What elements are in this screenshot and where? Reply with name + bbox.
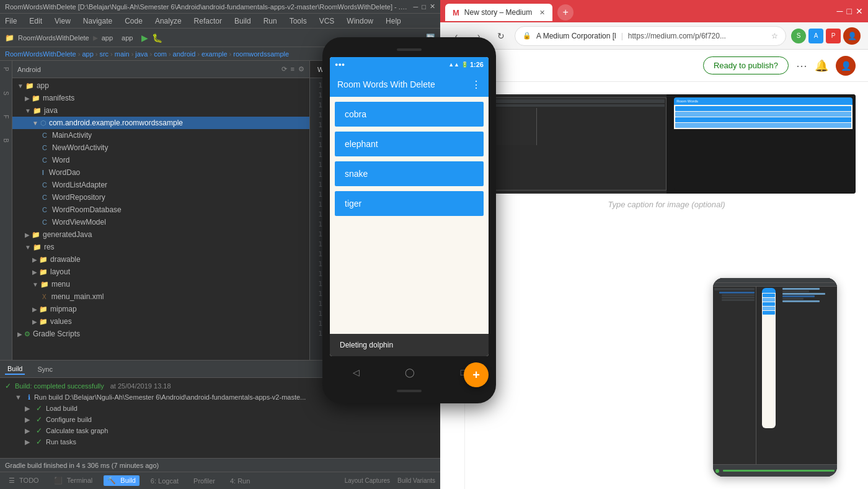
layout-captures-tab[interactable]: Layout Captures [345,477,390,484]
expand-icon-values: ▶ [32,318,37,325]
settings-icon[interactable]: ⚙ [298,65,304,73]
medium-user-avatar[interactable]: 👤 [836,56,856,76]
menu-help[interactable]: Help [383,17,404,25]
user-avatar[interactable]: 👤 [843,27,861,45]
medium-caption-area[interactable]: Type caption for image (optional) [477,199,856,210]
breadcrumb-item-4[interactable]: java [135,50,148,58]
breadcrumb-item-2[interactable]: src [99,50,108,58]
breadcrumb-item-6[interactable]: android [173,50,196,58]
back-nav-btn[interactable]: ◁ [353,367,360,377]
build-item-text-4: Calculate task graph [46,427,108,434]
tree-item-mainactivity[interactable]: C MainActivity [12,129,309,141]
breadcrumb-item-0[interactable]: RoomWordsWithDelete [5,50,76,58]
success-icon-5: ✓ [36,437,42,446]
build-item-5: ▶ ✓ Run tasks [5,436,435,447]
tree-item-package[interactable]: ▼ ⬡ com.android.example.roomwordssample [12,117,309,129]
build-item-text-1: Run build D:\Belajar\Nguli-Ah\Semester 6… [34,393,306,401]
tree-item-manifests[interactable]: ▶ 📁 manifests [12,92,309,104]
expand-icon-runtasks[interactable]: ▶ [25,438,30,446]
expand-icon-configure[interactable]: ▶ [25,416,30,424]
build-tab-sync[interactable]: Sync [35,364,55,374]
sync-tree-icon[interactable]: ⟳ [281,65,287,73]
tree-item-layout[interactable]: ▶ 📁 layout [12,266,309,278]
menu-refactor[interactable]: Refactor [192,17,224,25]
browser-minimize[interactable]: ─ [837,6,843,16]
expand-icon-runbuild[interactable]: ▼ [15,393,22,401]
extension-icon-1[interactable]: S [791,29,806,43]
tree-item-menu[interactable]: ▼ 📁 menu [12,278,309,290]
menu-edit[interactable]: Edit [27,17,45,25]
phone-fab[interactable]: + [464,362,489,387]
bottom-tab-run[interactable]: 4: Run [226,476,254,486]
speaker-grill [397,48,422,51]
tree-item-drawable[interactable]: ▶ 📁 drawable [12,253,309,266]
address-bar[interactable]: 🔒 A Medium Corporation [l | https://medi… [515,26,786,46]
build-variants-icon[interactable]: B [1,135,11,146]
tree-item-menu-main-xml[interactable]: X menu_main.xml [12,290,309,303]
breadcrumb-item-1[interactable]: app [82,50,93,58]
tree-item-newwordactivity[interactable]: C NewWordActivity [12,141,309,154]
tree-item-generatedjava[interactable]: ▶ 📁 generatedJava [12,228,309,241]
favorites-icon[interactable]: F [1,111,11,122]
close-btn[interactable]: ✕ [430,2,435,11]
breadcrumb-item-3[interactable]: main [115,50,130,58]
menu-run[interactable]: Run [261,17,280,25]
browser-close[interactable]: ✕ [856,6,863,16]
extension-icon-2[interactable]: A [808,29,823,43]
tree-item-java[interactable]: ▼ 📁 java [12,104,309,117]
breadcrumb-item-8[interactable]: roomwordssample [233,50,289,58]
minimize-btn[interactable]: ─ [414,3,418,11]
menu-analyze[interactable]: Analyze [153,17,184,25]
fab-icon: + [472,368,480,382]
menu-file[interactable]: File [2,17,19,25]
menu-vcs[interactable]: VCS [317,17,337,25]
toolbar-run-btn[interactable]: ▶ [141,33,148,43]
browser-tab-medium[interactable]: M New story – Medium ✕ [445,4,552,21]
expand-icon-loadbuild[interactable]: ▶ [25,405,30,413]
more-options-icon[interactable]: ⋯ [796,59,807,73]
bottom-tab-logcat[interactable]: 6: Logcat [147,476,182,486]
breadcrumb-item-5[interactable]: com [154,50,167,58]
menu-window[interactable]: Window [344,17,376,25]
home-nav-btn[interactable]: ◯ [405,367,415,377]
structure-icon[interactable]: S [1,87,11,99]
expand-icon-calctask[interactable]: ▶ [25,427,30,435]
tree-item-wordrepository[interactable]: C WordRepository [12,191,309,204]
tree-item-gradle-scripts[interactable]: ▶ ⚙ Gradle Scripts [12,328,309,340]
tree-item-app[interactable]: ▼ 📁 app [12,79,309,92]
address-star[interactable]: ☆ [771,32,778,40]
new-tab-button[interactable]: + [557,4,574,20]
tree-item-word[interactable]: C Word [12,154,309,166]
menu-code[interactable]: Code [122,17,145,25]
browser-maximize[interactable]: □ [847,6,852,16]
menu-build[interactable]: Build [232,17,254,25]
toolbar-debug-btn[interactable]: 🐛 [152,33,162,43]
extension-icon-3[interactable]: P [826,29,841,43]
bottom-tab-todo[interactable]: ☰ TODO [5,475,43,486]
emulator-list-item-3 [763,302,775,306]
tree-item-values[interactable]: ▶ 📁 values [12,315,309,328]
browser-tab-close[interactable]: ✕ [539,9,545,17]
menu-tools[interactable]: Tools [287,17,309,25]
tree-item-mipmap[interactable]: ▶ 📁 mipmap [12,303,309,315]
tree-item-wordroomdatabase[interactable]: C WordRoomDatabase [12,204,309,216]
bottom-tab-build[interactable]: 🔨 Build [104,475,140,486]
build-tab-build[interactable]: Build [5,364,25,375]
tree-item-wordlistadapter[interactable]: C WordListAdapter [12,179,309,191]
project-icon[interactable]: P [1,63,11,75]
tree-item-worddao[interactable]: I WordDao [12,166,309,179]
tree-item-res[interactable]: ▼ 📁 res [12,241,309,253]
collapse-all-icon[interactable]: ≡ [291,65,294,73]
breadcrumb-item-7[interactable]: example [202,50,228,58]
bottom-tab-profiler[interactable]: Profiler [190,476,219,486]
bottom-tab-terminal[interactable]: ⬛ Terminal [50,475,97,486]
menu-view[interactable]: View [52,17,73,25]
menu-navigate[interactable]: Navigate [81,17,115,25]
notifications-icon[interactable]: 🔔 [815,59,828,73]
tree-item-wordviewmodel[interactable]: C WordViewModel [12,216,309,228]
maximize-btn[interactable]: □ [422,3,426,11]
phone-overflow-menu[interactable]: ⋮ [471,79,481,91]
emulator-progress [723,470,835,472]
ready-publish-button[interactable]: Ready to publish? [703,56,789,74]
build-variants-tab[interactable]: Build Variants [397,477,435,484]
